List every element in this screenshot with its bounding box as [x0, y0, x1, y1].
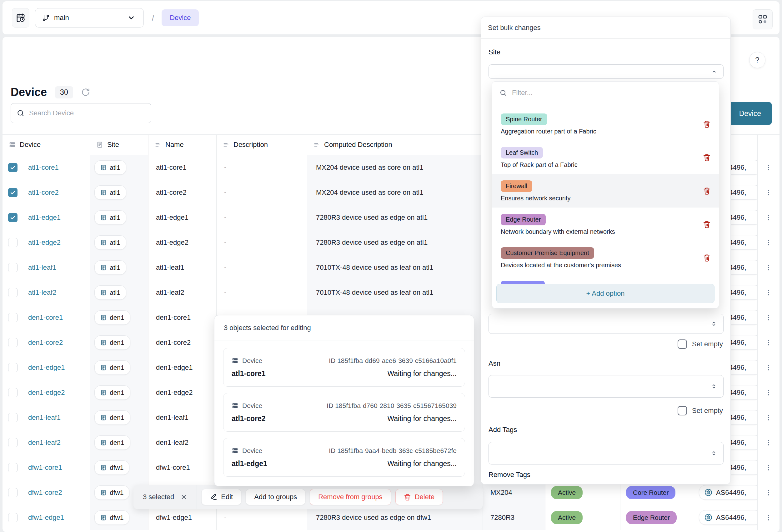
time-travel-button[interactable]	[12, 8, 29, 28]
site-pill[interactable]: den1	[95, 335, 130, 350]
branch-dropdown-toggle[interactable]	[119, 8, 143, 28]
device-link[interactable]: den1-edge2	[28, 389, 65, 397]
device-link[interactable]: dfw1-core2	[28, 489, 62, 497]
device-link[interactable]: den1-core2	[28, 339, 63, 347]
column-header-description[interactable]: Description	[217, 135, 307, 155]
column-header-site[interactable]: Site	[90, 135, 148, 155]
row-menu-button[interactable]	[758, 513, 780, 522]
column-header-computed-description[interactable]: Computed Description	[307, 135, 483, 155]
row-checkbox[interactable]	[8, 513, 17, 522]
asn-pill[interactable]: AS64496,	[699, 485, 758, 500]
device-link[interactable]: atl1-core1	[28, 164, 59, 172]
dropdown-option[interactable]: Firewall Ensures network security	[492, 174, 719, 208]
site-pill[interactable]: atl1	[95, 185, 126, 200]
row-checkbox[interactable]	[8, 438, 17, 447]
site-pill[interactable]: atl1	[95, 210, 126, 225]
device-link[interactable]: atl1-core2	[28, 188, 59, 197]
add-tags-select[interactable]	[489, 442, 723, 464]
site-pill[interactable]: den1	[95, 310, 130, 325]
device-link[interactable]: den1-leaf2	[28, 438, 61, 447]
row-checkbox[interactable]	[8, 413, 17, 422]
row-checkbox[interactable]	[8, 263, 17, 272]
site-pill[interactable]: den1	[95, 411, 130, 425]
row-checkbox[interactable]	[8, 288, 17, 297]
site-pill[interactable]: dfw1	[95, 486, 130, 500]
add-to-groups-button[interactable]: Add to groups	[246, 489, 305, 505]
device-link[interactable]: den1-leaf1	[28, 414, 61, 422]
site-dropdown: Spine Router Aggregation router part of …	[492, 81, 719, 309]
add-option-button[interactable]: + Add option	[496, 284, 714, 303]
site-pill[interactable]: dfw1	[95, 460, 130, 475]
device-link[interactable]: atl1-edge2	[28, 239, 61, 247]
row-checkbox[interactable]	[8, 388, 17, 397]
device-link[interactable]: atl1-edge1	[28, 213, 61, 222]
edit-button[interactable]: Edit	[201, 489, 241, 505]
site-pill[interactable]: atl1	[95, 285, 126, 300]
row-menu-button[interactable]	[758, 464, 780, 472]
row-menu-button[interactable]	[758, 263, 780, 272]
remove-from-groups-button[interactable]: Remove from groups	[310, 489, 391, 505]
search-input[interactable]	[29, 109, 145, 117]
device-link[interactable]: dfw1-core1	[28, 464, 62, 472]
schema-button[interactable]	[753, 9, 773, 29]
row-menu-button[interactable]	[758, 239, 780, 247]
row-menu-button[interactable]	[758, 489, 780, 497]
trash-icon[interactable]	[703, 187, 711, 195]
set-empty-checkbox[interactable]	[678, 406, 687, 416]
site-pill[interactable]: den1	[95, 360, 130, 375]
asn-pill[interactable]: AS64496,	[699, 510, 758, 525]
row-menu-button[interactable]	[758, 188, 780, 197]
row-menu-button[interactable]	[758, 288, 780, 297]
site-select[interactable]	[489, 64, 723, 79]
dropdown-option[interactable]: Leaf Switch Top of Rack part of a Fabric	[492, 141, 719, 174]
trash-icon[interactable]	[703, 220, 711, 228]
trash-icon[interactable]	[703, 120, 711, 128]
site-pill[interactable]: atl1	[95, 235, 126, 250]
device-link[interactable]: atl1-leaf2	[28, 288, 57, 297]
site-pill[interactable]: den1	[95, 435, 130, 450]
row-menu-button[interactable]	[758, 414, 780, 422]
trash-icon[interactable]	[703, 153, 711, 161]
row-checkbox[interactable]	[8, 363, 17, 372]
row-checkbox[interactable]	[8, 238, 17, 247]
dropdown-option[interactable]: Spine Router Aggregation router part of …	[492, 107, 719, 141]
set-empty-checkbox[interactable]	[678, 340, 687, 349]
row-checkbox[interactable]	[8, 488, 17, 497]
asn-select[interactable]	[489, 375, 723, 398]
row-menu-button[interactable]	[758, 389, 780, 397]
column-header-name[interactable]: Name	[148, 135, 217, 155]
site-pill[interactable]: dfw1	[95, 510, 130, 525]
device-link[interactable]: den1-edge1	[28, 363, 65, 371]
row-menu-button[interactable]	[758, 363, 780, 371]
row-checkbox[interactable]	[8, 213, 17, 222]
row-checkbox[interactable]	[8, 338, 17, 347]
dropdown-option[interactable]: Edge Router Network boundary with extern…	[492, 208, 719, 241]
device-link[interactable]: atl1-leaf1	[28, 263, 57, 272]
cell-description: -	[217, 280, 307, 305]
row-menu-button[interactable]	[758, 164, 780, 172]
delete-button[interactable]: Delete	[395, 489, 443, 505]
hidden-field-select[interactable]	[489, 314, 723, 334]
row-checkbox[interactable]	[8, 313, 17, 322]
device-link[interactable]: den1-core1	[28, 314, 63, 322]
trash-icon[interactable]	[703, 254, 711, 261]
row-checkbox[interactable]	[8, 188, 17, 197]
dropdown-filter-input[interactable]	[512, 89, 711, 97]
row-menu-button[interactable]	[758, 438, 780, 447]
row-checkbox[interactable]	[8, 163, 17, 172]
row-checkbox[interactable]	[8, 463, 17, 472]
breadcrumb-device[interactable]: Device	[162, 9, 199, 26]
column-header-device[interactable]: Device	[2, 135, 90, 155]
branch-selector[interactable]: main	[35, 8, 144, 28]
clear-selection-icon[interactable]	[180, 494, 187, 500]
row-menu-button[interactable]	[758, 213, 780, 222]
refresh-icon[interactable]	[81, 88, 90, 97]
row-menu-button[interactable]	[758, 339, 780, 347]
row-menu-button[interactable]	[758, 314, 780, 322]
device-link[interactable]: dfw1-edge1	[28, 513, 64, 522]
help-button[interactable]: ?	[749, 52, 766, 68]
site-pill[interactable]: den1	[95, 385, 130, 400]
site-pill[interactable]: atl1	[95, 161, 126, 175]
site-pill[interactable]: atl1	[95, 260, 126, 275]
dropdown-option[interactable]: Customer Premise Equipment Devices locat…	[492, 241, 719, 275]
